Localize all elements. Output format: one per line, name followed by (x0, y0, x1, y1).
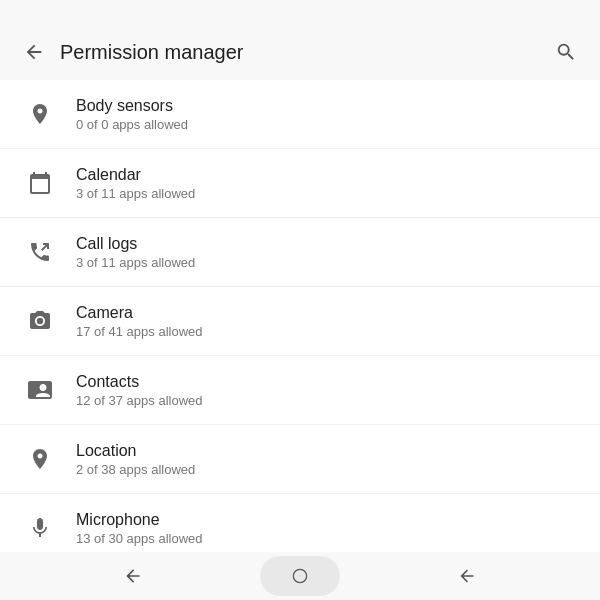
microphone-name: Microphone (76, 511, 202, 529)
permission-item-camera[interactable]: Camera 17 of 41 apps allowed (0, 287, 600, 356)
nav-back-button[interactable] (113, 556, 153, 596)
nav-bar (0, 552, 600, 600)
call-logs-icon (20, 232, 60, 272)
location-text: Location 2 of 38 apps allowed (76, 442, 195, 477)
microphone-sub: 13 of 30 apps allowed (76, 531, 202, 546)
location-icon (20, 439, 60, 479)
contacts-text: Contacts 12 of 37 apps allowed (76, 373, 202, 408)
status-bar (0, 0, 600, 24)
contacts-sub: 12 of 37 apps allowed (76, 393, 202, 408)
permission-item-body-sensors[interactable]: Body sensors 0 of 0 apps allowed (0, 80, 600, 149)
contacts-name: Contacts (76, 373, 202, 391)
calendar-icon (20, 163, 60, 203)
location-name: Location (76, 442, 195, 460)
search-button[interactable] (548, 34, 584, 70)
contacts-icon (20, 370, 60, 410)
nav-recent-button[interactable] (447, 556, 487, 596)
camera-sub: 17 of 41 apps allowed (76, 324, 202, 339)
body-sensors-icon (20, 94, 60, 134)
toolbar: Permission manager (0, 24, 600, 80)
call-logs-sub: 3 of 11 apps allowed (76, 255, 195, 270)
svg-point-0 (293, 569, 306, 582)
call-logs-text: Call logs 3 of 11 apps allowed (76, 235, 195, 270)
body-sensors-name: Body sensors (76, 97, 188, 115)
nav-home-button[interactable] (260, 556, 340, 596)
body-sensors-sub: 0 of 0 apps allowed (76, 117, 188, 132)
microphone-icon (20, 508, 60, 548)
microphone-text: Microphone 13 of 30 apps allowed (76, 511, 202, 546)
permission-item-location[interactable]: Location 2 of 38 apps allowed (0, 425, 600, 494)
back-button[interactable] (16, 34, 52, 70)
calendar-text: Calendar 3 of 11 apps allowed (76, 166, 195, 201)
calendar-name: Calendar (76, 166, 195, 184)
permission-item-microphone[interactable]: Microphone 13 of 30 apps allowed (0, 494, 600, 552)
call-logs-name: Call logs (76, 235, 195, 253)
camera-text: Camera 17 of 41 apps allowed (76, 304, 202, 339)
page-title: Permission manager (60, 41, 548, 64)
location-sub: 2 of 38 apps allowed (76, 462, 195, 477)
permission-item-contacts[interactable]: Contacts 12 of 37 apps allowed (0, 356, 600, 425)
permission-list: Body sensors 0 of 0 apps allowed Calenda… (0, 80, 600, 552)
body-sensors-text: Body sensors 0 of 0 apps allowed (76, 97, 188, 132)
camera-icon (20, 301, 60, 341)
calendar-sub: 3 of 11 apps allowed (76, 186, 195, 201)
permission-item-call-logs[interactable]: Call logs 3 of 11 apps allowed (0, 218, 600, 287)
permission-item-calendar[interactable]: Calendar 3 of 11 apps allowed (0, 149, 600, 218)
camera-name: Camera (76, 304, 202, 322)
